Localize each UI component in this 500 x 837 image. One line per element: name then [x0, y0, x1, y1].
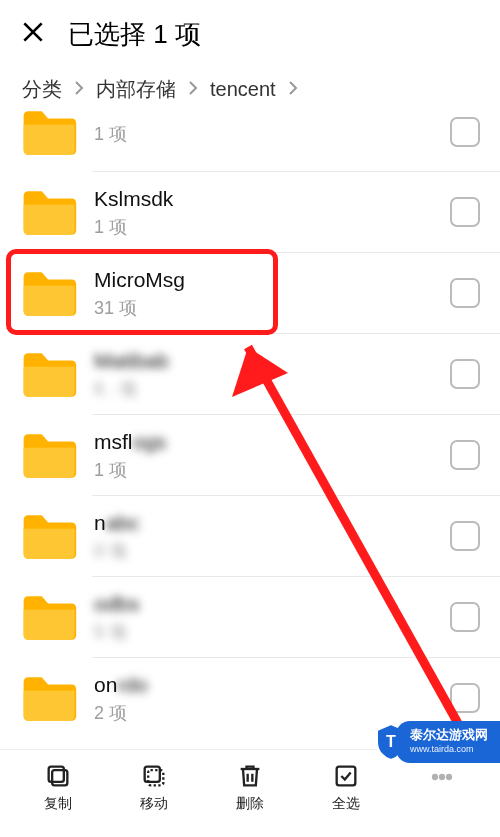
- watermark-url: www.tairda.com: [410, 742, 488, 757]
- svg-rect-0: [52, 770, 67, 785]
- delete-button[interactable]: 删除: [216, 762, 284, 813]
- copy-icon: [44, 762, 72, 790]
- svg-rect-3: [148, 770, 163, 785]
- watermark: T 泰尔达游戏网 www.tairda.com: [396, 721, 500, 763]
- list-item[interactable]: msflogs 1 项: [0, 414, 500, 495]
- svg-rect-2: [145, 766, 160, 781]
- folder-name: odbs: [94, 590, 450, 618]
- svg-point-7: [447, 775, 451, 779]
- checkbox[interactable]: [450, 197, 480, 227]
- folder-subtitle: 0 项: [94, 540, 450, 562]
- folder-icon: [20, 673, 78, 723]
- more-icon: [428, 763, 456, 791]
- checkbox[interactable]: [450, 440, 480, 470]
- move-icon: [140, 762, 168, 790]
- folder-icon: [20, 430, 78, 480]
- folder-name: onrdo: [94, 671, 450, 699]
- folder-subtitle: 1 项: [94, 123, 450, 145]
- folder-icon: [20, 511, 78, 561]
- folder-icon: [20, 107, 78, 157]
- folder-name: MicroMsg: [94, 266, 450, 294]
- folder-list: 1 项 Kslmsdk 1 项 MicroMsg 31 项 Matibab: [0, 107, 500, 738]
- trash-icon: [236, 762, 264, 790]
- svg-text:T: T: [386, 733, 396, 750]
- folder-icon: [20, 187, 78, 237]
- list-item[interactable]: nabc 0 项: [0, 495, 500, 576]
- watermark-title: 泰尔达游戏网: [410, 727, 488, 742]
- checkbox[interactable]: [450, 278, 480, 308]
- folder-subtitle: 31 项: [94, 297, 450, 319]
- delete-label: 删除: [236, 795, 264, 813]
- folder-subtitle: 5 项: [94, 621, 450, 643]
- folder-icon: [20, 349, 78, 399]
- chevron-right-icon: [278, 78, 308, 101]
- list-item[interactable]: Kslmsdk 1 项: [0, 171, 500, 252]
- breadcrumb: 分类 内部存储 tencent: [0, 68, 500, 109]
- checkbox[interactable]: [450, 359, 480, 389]
- close-button[interactable]: [20, 19, 46, 49]
- checkbox[interactable]: [450, 602, 480, 632]
- copy-label: 复制: [44, 795, 72, 813]
- move-button[interactable]: 移动: [120, 762, 188, 813]
- chevron-right-icon: [64, 78, 94, 101]
- folder-icon: [20, 268, 78, 318]
- checkbox[interactable]: [450, 117, 480, 147]
- folder-name: msflogs: [94, 428, 450, 456]
- close-icon: [20, 19, 46, 45]
- list-item[interactable]: Matibab 6 . 项: [0, 333, 500, 414]
- move-label: 移动: [140, 795, 168, 813]
- checkbox[interactable]: [450, 521, 480, 551]
- folder-subtitle: 1 项: [94, 216, 450, 238]
- folder-subtitle: 6 . 项: [94, 378, 450, 400]
- folder-icon: [20, 592, 78, 642]
- svg-point-6: [440, 775, 444, 779]
- checkbox[interactable]: [450, 683, 480, 713]
- list-item[interactable]: 1 项: [0, 107, 500, 171]
- chevron-right-icon: [178, 78, 208, 101]
- breadcrumb-item[interactable]: tencent: [208, 78, 278, 101]
- breadcrumb-item[interactable]: 内部存储: [94, 76, 178, 103]
- breadcrumb-item[interactable]: 分类: [20, 76, 64, 103]
- select-all-label: 全选: [332, 795, 360, 813]
- folder-name: nabc: [94, 509, 450, 537]
- header-title: 已选择 1 项: [68, 17, 201, 52]
- copy-button[interactable]: 复制: [24, 762, 92, 813]
- svg-rect-1: [49, 766, 64, 781]
- svg-rect-4: [337, 766, 356, 785]
- select-all-button[interactable]: 全选: [312, 762, 380, 813]
- list-item[interactable]: MicroMsg 31 项: [0, 252, 500, 333]
- select-all-icon: [332, 762, 360, 790]
- folder-subtitle: 1 项: [94, 459, 450, 481]
- selection-header: 已选择 1 项: [0, 0, 500, 68]
- folder-name: Kslmsdk: [94, 185, 450, 213]
- folder-name: Matibab: [94, 347, 450, 375]
- more-button[interactable]: [408, 763, 476, 812]
- svg-point-5: [433, 775, 437, 779]
- list-item[interactable]: odbs 5 项: [0, 576, 500, 657]
